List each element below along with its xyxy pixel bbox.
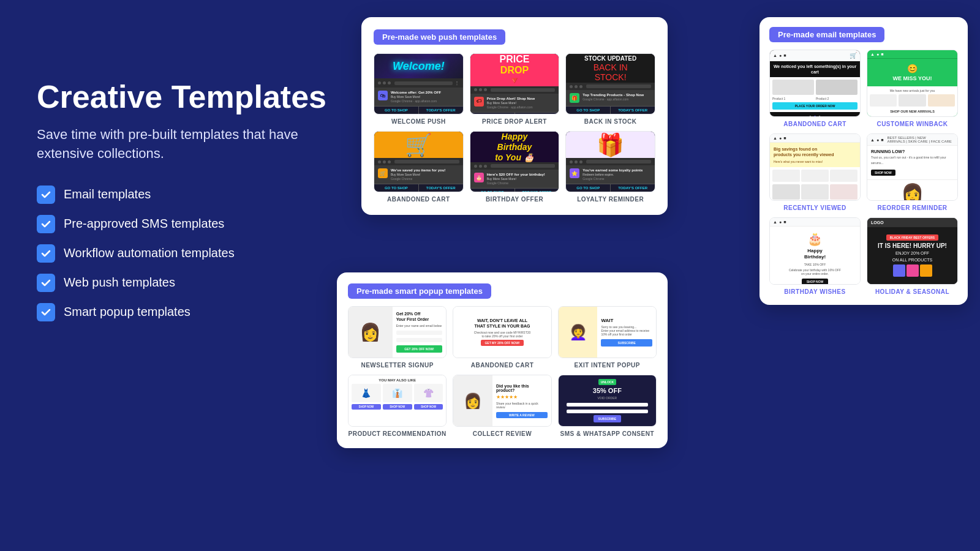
email-label: ABANDONED CART [783, 121, 846, 127]
popup-badge: Pre-made smart popup templates [348, 283, 491, 299]
email-label: HOLIDAY & SEASONAL [875, 288, 949, 295]
newsletter-thumb: 👩 Get 20% OffYour First Order Enter your… [348, 306, 447, 358]
loyalty-thumb: 🎁 ⭐ You've earned some loyalty points Re… [565, 131, 655, 192]
template-label: BIRTHDAY OFFER [486, 196, 543, 203]
check-icon [37, 303, 55, 321]
checklist-item-label: Smart popup templates [64, 305, 190, 319]
welcome-push-thumb: Welcome! ⋮ 🛍 Welcome offer: Get 20% OFF … [374, 53, 464, 114]
list-item: Pre-approved SMS templates [37, 215, 331, 233]
back-stock-thumb: STOCK UPDATED BACK INSTOCK! 🎁 Top Trendi… [565, 53, 655, 114]
template-card-price-drop[interactable]: PRICEDROP🔻 🏷 Price Drop Alert! Shop Now … [470, 53, 560, 125]
popup-label: COLLECT REVIEW [473, 430, 532, 437]
page-title: Creative Templates [37, 80, 331, 114]
abandoned-email-thumb: ▲ ● ■ 🛒 We noticed you left something(s)… [769, 50, 861, 117]
checklist-item-label: Workflow automation templates [64, 246, 235, 260]
template-card-back-stock[interactable]: STOCK UPDATED BACK INSTOCK! 🎁 Top Trendi… [565, 53, 655, 125]
checklist: Email templates Pre-approved SMS templat… [37, 186, 331, 321]
abandoned-popup-thumb: WAIT, DON'T LEAVE ALLTHAT STYLE IN YOUR … [453, 306, 551, 358]
collect-review-thumb: 👩 Did you like this product? ★★★★★ Share… [453, 375, 551, 427]
template-label: PRICE DROP ALERT [482, 118, 547, 125]
list-item: Web push templates [37, 274, 331, 292]
popup-card-sms[interactable]: UNLOCK 35% OFF VOID ORDER SUBSCRIBE SMS … [558, 375, 657, 437]
product-rec-thumb: YOU MAY ALSO LIKE 👗 👔 👚 SHOP NOW SHOP NO… [348, 375, 447, 427]
email-card-abandoned[interactable]: ▲ ● ■ 🛒 We noticed you left something(s)… [769, 50, 861, 127]
check-icon [37, 215, 55, 233]
list-item: Email templates [37, 186, 331, 204]
template-label: BACK IN STOCK [584, 118, 637, 125]
popup-panel: Pre-made smart popup templates 👩 Get 20%… [337, 272, 668, 448]
reorder-reminder-thumb: ▲ ● ■ BEST SELLERS | NEW ARRIVALS | SKIN… [867, 133, 958, 201]
web-push-badge: Pre-made web push templates [374, 29, 505, 45]
popup-label: EXIT INTENT POPUP [575, 362, 640, 369]
email-label: RECENTLY VIEWED [783, 204, 846, 211]
email-card-holiday[interactable]: LOGO BLACK FRIDAY BEST OFFERS IT IS HERE… [867, 217, 958, 295]
popup-card-abandoned[interactable]: WAIT, DON'T LEAVE ALLTHAT STYLE IN YOUR … [453, 306, 551, 369]
template-card-loyalty[interactable]: 🎁 ⭐ You've earned some loyalty points Re… [565, 131, 655, 203]
exit-popup-thumb: 👩‍🦱 WAIT Sorry to see you leaving...Ente… [558, 306, 657, 358]
template-card-welcome[interactable]: Welcome! ⋮ 🛍 Welcome offer: Get 20% OFF … [374, 53, 464, 125]
price-drop-thumb: PRICEDROP🔻 🏷 Price Drop Alert! Shop Now … [470, 53, 560, 114]
popup-card-product-rec[interactable]: YOU MAY ALSO LIKE 👗 👔 👚 SHOP NOW SHOP NO… [348, 375, 447, 437]
email-panel: Pre-made email templates ▲ ● ■ 🛒 We noti… [760, 17, 968, 305]
list-item: Smart popup templates [37, 303, 331, 321]
popup-card-collect-review[interactable]: 👩 Did you like this product? ★★★★★ Share… [453, 375, 551, 437]
sms-popup-thumb: UNLOCK 35% OFF VOID ORDER SUBSCRIBE [558, 375, 657, 427]
push-app-icon: 🛍 [378, 91, 388, 100]
check-icon [37, 274, 55, 292]
check-icon [37, 186, 55, 204]
template-label: WELCOME PUSH [391, 118, 446, 125]
list-item: Workflow automation templates [37, 244, 331, 263]
popup-card-exit[interactable]: 👩‍🦱 WAIT Sorry to see you leaving...Ente… [558, 306, 657, 369]
popup-label: ABANDONED CART [471, 362, 534, 369]
email-label: REORDER REMINDER [877, 204, 947, 211]
birthday-thumb: HappyBirthdayto You 🎂 🎂 Here's $20 OFF f… [470, 131, 560, 192]
holiday-email-thumb: LOGO BLACK FRIDAY BEST OFFERS IT IS HERE… [867, 217, 958, 285]
popup-template-grid: 👩 Get 20% OffYour First Order Enter your… [348, 306, 657, 437]
email-card-recently[interactable]: ▲ ● ■ Big savings found onproducts you r… [769, 133, 861, 211]
popup-label: NEWSLETTER SIGNUP [361, 362, 434, 369]
email-label: BIRTHDAY WISHES [784, 288, 845, 295]
email-label: CUSTOMER WINBACK [876, 121, 948, 127]
popup-card-newsletter[interactable]: 👩 Get 20% OffYour First Order Enter your… [348, 306, 447, 369]
popup-label: SMS & WHATSAPP CONSENT [560, 430, 654, 437]
left-section: Creative Templates Save time with pre-bu… [37, 80, 331, 321]
checklist-item-label: Email templates [64, 187, 151, 201]
checklist-item-label: Web push templates [64, 276, 175, 290]
template-label: ABANDONED CART [387, 196, 450, 203]
check-icon [37, 244, 55, 263]
web-push-template-grid: Welcome! ⋮ 🛍 Welcome offer: Get 20% OFF … [374, 53, 655, 203]
birthday-email-thumb: ▲ ● ■ 🎂 HappyBirthday! TAKE 10% OFF Cele… [769, 217, 861, 285]
template-card-abandoned-cart[interactable]: 🛒 🛒 We've saved you items for you! Buy M… [374, 131, 464, 203]
subtitle: Save time with pre-built templates that … [37, 126, 331, 163]
email-card-birthday[interactable]: ▲ ● ■ 🎂 HappyBirthday! TAKE 10% OFF Cele… [769, 217, 861, 295]
template-label: LOYALTY REMINDER [577, 196, 644, 203]
web-push-panel: Pre-made web push templates Welcome! ⋮ 🛍… [361, 17, 668, 215]
email-badge: Pre-made email templates [769, 27, 884, 42]
email-template-grid: ▲ ● ■ 🛒 We noticed you left something(s)… [769, 50, 958, 295]
abandoned-cart-thumb: 🛒 🛒 We've saved you items for you! Buy M… [374, 131, 464, 192]
winback-email-thumb: ▲ ● ■ 😊 WE MISS YOU! We have new arrival… [867, 50, 958, 117]
email-card-reorder[interactable]: ▲ ● ■ BEST SELLERS | NEW ARRIVALS | SKIN… [867, 133, 958, 211]
template-card-birthday[interactable]: HappyBirthdayto You 🎂 🎂 Here's $20 OFF f… [470, 131, 560, 203]
recently-viewed-thumb: ▲ ● ■ Big savings found onproducts you r… [769, 133, 861, 201]
popup-label: PRODUCT RECOMMENDATION [349, 430, 447, 437]
checklist-item-label: Pre-approved SMS templates [64, 217, 224, 231]
email-card-winback[interactable]: ▲ ● ■ 😊 WE MISS YOU! We have new arrival… [867, 50, 958, 127]
